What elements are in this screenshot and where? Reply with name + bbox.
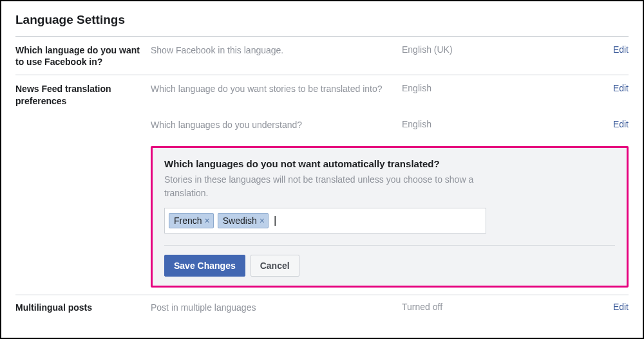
desc-translate-into: Which language do you want stories to be…	[151, 83, 402, 96]
expanded-no-translate: Which languages do you not want automati…	[151, 146, 629, 288]
row-label-newsfeed: News Feed translation preferences	[15, 83, 151, 287]
expanded-title: Which languages do you not want automati…	[164, 158, 615, 169]
token-label: Swedish	[223, 215, 257, 226]
edit-facebook-language[interactable]: Edit	[607, 44, 629, 55]
expanded-actions: Save Changes Cancel	[164, 245, 615, 277]
token-label: French	[174, 215, 202, 226]
cancel-button[interactable]: Cancel	[251, 255, 299, 277]
close-icon[interactable]: ×	[260, 216, 265, 225]
token-swedish[interactable]: Swedish ×	[218, 213, 269, 228]
edit-multilingual[interactable]: Edit	[607, 302, 629, 312]
expanded-desc: Stories in these languages will not be t…	[164, 173, 486, 200]
page-title: Language Settings	[15, 6, 629, 36]
value-multilingual: Turned off	[402, 302, 607, 312]
row-label-facebook-language: Which language do you want to use Facebo…	[15, 44, 151, 68]
languages-token-input[interactable]: French × Swedish × |	[164, 208, 486, 234]
edit-translate-into[interactable]: Edit	[607, 83, 629, 93]
row-multilingual: Multilingual posts Post in multiple lang…	[15, 295, 629, 315]
desc-facebook-language: Show Facebook in this language.	[151, 44, 402, 57]
desc-multilingual: Post in multiple languages	[151, 302, 402, 315]
value-understand: English	[402, 119, 607, 129]
desc-understand: Which languages do you understand?	[151, 119, 402, 132]
row-newsfeed: News Feed translation preferences Which …	[15, 75, 629, 294]
edit-understand[interactable]: Edit	[607, 119, 629, 129]
row-label-multilingual: Multilingual posts	[15, 302, 151, 315]
value-facebook-language: English (UK)	[402, 44, 607, 55]
save-button[interactable]: Save Changes	[164, 255, 245, 277]
value-translate-into: English	[402, 83, 607, 93]
text-caret-icon: |	[274, 214, 276, 227]
row-facebook-language: Which language do you want to use Facebo…	[15, 36, 629, 75]
close-icon[interactable]: ×	[205, 216, 210, 225]
token-french[interactable]: French ×	[169, 213, 214, 228]
